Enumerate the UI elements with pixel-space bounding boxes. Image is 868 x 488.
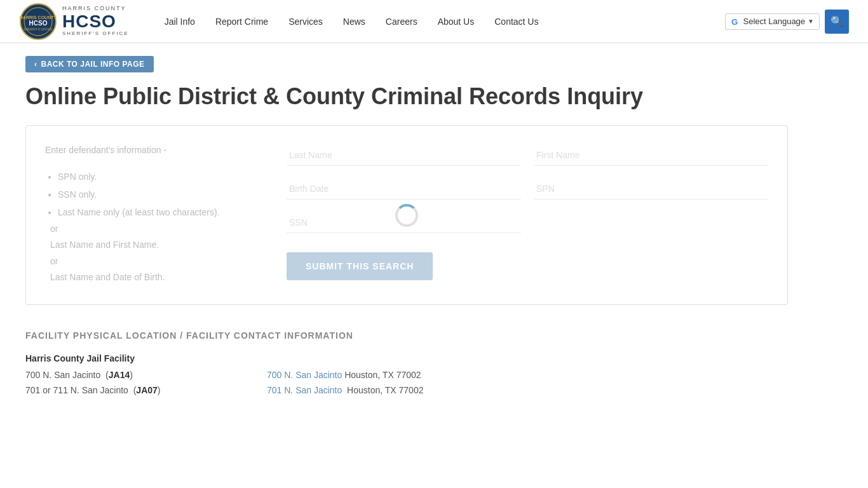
facility-location-1: 700 N. San Jacinto (JA14) 700 N. San Jac… <box>25 370 788 380</box>
nav-services[interactable]: Services <box>278 11 333 32</box>
back-button-label: BACK TO JAIL INFO PAGE <box>41 60 145 69</box>
facility-link-1: 700 N. San Jacinto Houston, TX 77002 <box>267 370 788 380</box>
back-to-jail-info-button[interactable]: ‹ BACK TO JAIL INFO PAGE <box>25 56 154 72</box>
svg-text:G: G <box>731 17 738 27</box>
chevron-left-icon: ‹ <box>34 60 37 69</box>
nav-contact-us[interactable]: Contact Us <box>484 11 548 32</box>
nav-jail-info[interactable]: Jail Info <box>154 11 205 32</box>
main-content: ‹ BACK TO JAIL INFO PAGE Online Public D… <box>0 43 813 413</box>
nav-news[interactable]: News <box>333 11 376 32</box>
facility-address-1: 700 N. San Jacinto (JA14) <box>25 370 267 380</box>
header: HARRIS COUNTY HCSO SHERIFF'S OFFICE HARR… <box>0 0 868 43</box>
facility-address-link-1[interactable]: 700 N. San Jacinto <box>267 370 342 380</box>
logo-main-text: HCSO <box>62 12 129 32</box>
facility-address-2: 701 or 711 N. San Jacinto (JA07) <box>25 385 267 395</box>
svg-text:HCSO: HCSO <box>29 20 48 27</box>
main-nav: Jail Info Report Crime Services News Car… <box>154 11 725 32</box>
svg-text:HARRIS COUNTY: HARRIS COUNTY <box>20 15 57 20</box>
search-form-card: Enter defendant's information - SPN only… <box>25 125 788 305</box>
facility-section: FACILITY PHYSICAL LOCATION / FACILITY CO… <box>25 330 788 395</box>
logo-text: HARRIS COUNTY HCSO SHERIFF'S OFFICE <box>62 6 129 37</box>
facility-address-link-2[interactable]: 701 N. San Jacinto <box>267 385 342 395</box>
loading-spinner-overlay <box>26 126 787 304</box>
logo-badge-icon: HARRIS COUNTY HCSO SHERIFF'S OFFICE <box>19 3 57 41</box>
search-icon: 🔍 <box>831 15 843 27</box>
google-g-icon: G <box>731 17 741 27</box>
page-title: Online Public District & County Criminal… <box>25 83 788 110</box>
nav-about-us[interactable]: About Us <box>428 11 485 32</box>
spinner-icon <box>395 204 418 227</box>
svg-text:SHERIFF'S OFFICE: SHERIFF'S OFFICE <box>24 27 53 31</box>
facility-section-heading: FACILITY PHYSICAL LOCATION / FACILITY CO… <box>25 330 788 341</box>
translate-label: Select Language <box>743 17 806 26</box>
logo-sub-text: SHERIFF'S OFFICE <box>62 31 129 37</box>
nav-careers[interactable]: Careers <box>376 11 428 32</box>
nav-report-crime[interactable]: Report Crime <box>205 11 278 32</box>
logo[interactable]: HARRIS COUNTY HCSO SHERIFF'S OFFICE HARR… <box>19 3 129 41</box>
facility-name: Harris County Jail Facility <box>25 353 788 363</box>
facility-link-2: 701 N. San Jacinto Houston, TX 77002 <box>267 385 788 395</box>
translate-arrow-icon: ▼ <box>808 18 814 25</box>
search-button[interactable]: 🔍 <box>825 10 849 34</box>
facility-location-2: 701 or 711 N. San Jacinto (JA07) 701 N. … <box>25 385 788 395</box>
header-right: G Select Language ▼ 🔍 <box>725 10 850 34</box>
translate-button[interactable]: G Select Language ▼ <box>725 13 820 30</box>
